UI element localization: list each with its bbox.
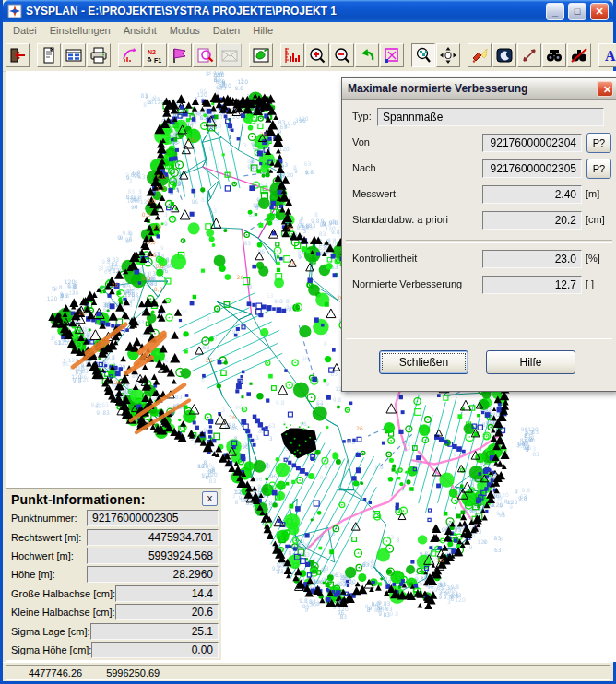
toolbar-group: AA: [598, 43, 616, 67]
flashlight-icon: [470, 46, 489, 65]
toolbar-undo-button[interactable]: [355, 43, 379, 67]
von-field[interactable]: 92176000002304: [482, 134, 582, 152]
sketch-icon: [121, 46, 139, 65]
menu-item-modus[interactable]: Modus: [163, 23, 207, 38]
nach-point-picker-button[interactable]: P?: [586, 159, 611, 179]
point-number-field[interactable]: 92176000002305: [87, 510, 219, 526]
northing-field[interactable]: 5993924.568: [87, 548, 219, 564]
height-field[interactable]: 28.2960: [87, 566, 219, 583]
toolbar-zoom-out-button[interactable]: [330, 43, 354, 67]
minor-axis-field[interactable]: 20.6: [115, 604, 219, 620]
toolbar-night-view-button[interactable]: [492, 43, 516, 67]
norm-verbesserung-unit: [ ]: [586, 278, 594, 289]
toolbar-zoom-window-button[interactable]: [411, 43, 435, 67]
typ-label: Typ:: [352, 111, 372, 122]
nach-label: Nach: [352, 162, 376, 173]
menu-bar: Datei Einstellungen Ansicht Modus Daten …: [3, 22, 613, 39]
major-axis-field[interactable]: 14.4: [115, 585, 219, 602]
binoculars-icon: [545, 46, 563, 65]
kontrolliertheit-field[interactable]: 23.0: [482, 250, 582, 268]
close-button[interactable]: ✕: [590, 3, 609, 20]
dialog-close-icon[interactable]: ✕: [597, 81, 613, 97]
toolbar-zoom-in-button[interactable]: [305, 43, 329, 67]
toolbar-group: [411, 43, 461, 67]
toolbar-histogram-button[interactable]: [280, 43, 304, 67]
messwert-unit: [m]: [586, 188, 599, 199]
mail-icon: [220, 46, 239, 65]
dialog-separator-1: [346, 240, 612, 243]
easting-field[interactable]: 4475934.701: [87, 529, 219, 546]
window-title: SYSPLAN - E:\PROJEKTE\SYSTRA PROJEKTE\PR…: [26, 5, 542, 18]
toolbar-binoculars-button[interactable]: [542, 43, 566, 67]
schliessen-button[interactable]: Schließen: [379, 350, 468, 374]
zoom-in-icon: [308, 46, 326, 65]
stdabw-field[interactable]: 20.2: [482, 211, 582, 230]
minimize-button[interactable]: _: [546, 3, 564, 20]
toolbar-flag-button[interactable]: [168, 43, 192, 67]
zoom-extents-icon: [383, 46, 401, 65]
toolbar-report-button[interactable]: [37, 43, 61, 67]
sigma-position-label: Sigma Lage [cm]:: [11, 626, 90, 637]
sigma-position-field[interactable]: 25.1: [90, 623, 219, 640]
menu-item-daten[interactable]: Daten: [207, 23, 246, 38]
von-point-picker-button[interactable]: P?: [586, 133, 611, 153]
zoom-out-icon: [333, 46, 351, 65]
app-icon: [7, 4, 22, 18]
point-info-close-button[interactable]: X: [202, 491, 218, 506]
height-label: Höhe [m]:: [11, 569, 87, 580]
toolbar-measure-button[interactable]: [517, 43, 541, 67]
toolbar-group: [6, 43, 30, 67]
messwert-label: Messwert:: [352, 188, 398, 199]
toolbar-pan-button[interactable]: [436, 43, 460, 67]
sigma-height-label: Sigma Höhe [cm]:: [11, 644, 91, 655]
toolbar-labels-on-button[interactable]: A: [598, 43, 616, 67]
report-icon: [40, 46, 58, 65]
maximize-button[interactable]: □: [568, 3, 586, 20]
svg-text:A: A: [605, 48, 616, 64]
menu-item-hilfe[interactable]: Hilfe: [246, 23, 279, 38]
toolbar-print-button[interactable]: [87, 43, 111, 67]
exit-icon: [8, 46, 27, 65]
toolbar-search-document-button[interactable]: [193, 43, 217, 67]
point-numbering-icon: N2F1: [146, 46, 164, 65]
menu-item-einstellungen[interactable]: Einstellungen: [43, 23, 117, 38]
toolbar-table-button[interactable]: [62, 43, 86, 67]
flag-icon: [171, 46, 189, 65]
norm-verbesserung-field[interactable]: 12.7: [482, 276, 582, 294]
typ-field[interactable]: Spannmaße: [377, 108, 604, 126]
menu-item-datei[interactable]: Datei: [6, 23, 43, 38]
stdabw-label: Standardabw. a priori: [352, 214, 448, 225]
toolbar-mail-button[interactable]: [218, 43, 242, 67]
night-view-icon: [495, 46, 514, 65]
toolbar-point-numbering-button[interactable]: N2F1: [143, 43, 167, 67]
toolbar-binoculars-off-button[interactable]: [567, 43, 591, 67]
application-window: SYSPLAN - E:\PROJEKTE\SYSTRA PROJEKTE\PR…: [0, 0, 616, 684]
sigma-height-field[interactable]: 0.00: [91, 642, 219, 658]
print-icon: [89, 46, 108, 65]
histogram-icon: [283, 46, 302, 65]
point-number-label: Punktnummer:: [11, 513, 87, 524]
status-easting: 4477746.26: [29, 667, 82, 678]
toolbar-group: N2F1: [118, 43, 243, 67]
hilfe-button[interactable]: Hilfe: [486, 350, 575, 374]
status-northing: 5996250.69: [106, 667, 160, 678]
toolbar-flashlight-button[interactable]: [468, 43, 492, 67]
search-document-icon: [195, 46, 214, 65]
binoculars-off-icon: [570, 46, 588, 65]
toolbar-group: [468, 43, 592, 67]
minor-axis-label: Kleine Halbachse [cm]:: [11, 607, 115, 618]
point-info-title: Punkt-Informationen:: [6, 489, 221, 509]
toolbar-sketch-button[interactable]: [118, 43, 142, 67]
toolbar-exit-button[interactable]: [6, 43, 30, 67]
pan-icon: [439, 46, 457, 65]
nach-field[interactable]: 92176000002305: [482, 159, 582, 178]
table-icon: [65, 46, 83, 65]
von-label: Von: [352, 136, 370, 147]
menu-item-ansicht[interactable]: Ansicht: [117, 23, 163, 38]
stdabw-unit: [cm]: [586, 214, 605, 225]
messwert-field[interactable]: 2.40: [482, 185, 582, 204]
easting-label: Rechtswert [m]:: [11, 532, 87, 543]
toolbar-zoom-extents-button[interactable]: [380, 43, 404, 67]
toolbar-map-button[interactable]: [249, 43, 273, 67]
toolbar-group: [249, 43, 274, 67]
